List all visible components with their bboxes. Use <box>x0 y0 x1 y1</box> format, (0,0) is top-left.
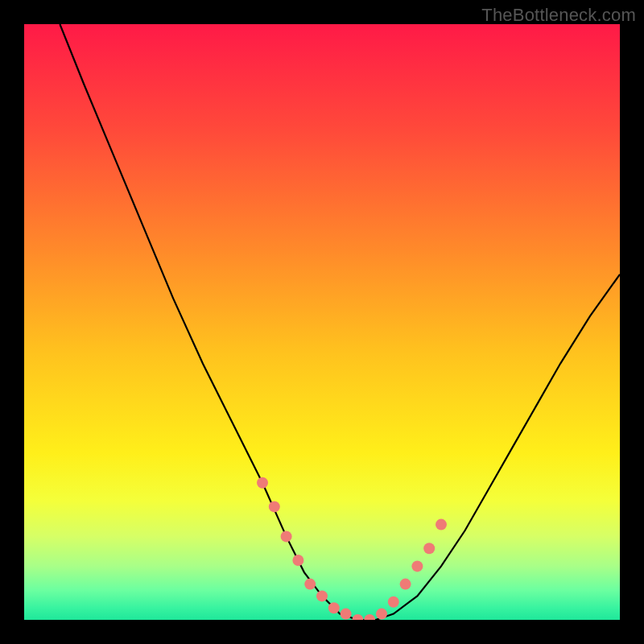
marker-dot <box>411 560 423 572</box>
marker-dot <box>292 555 303 566</box>
watermark-text: TheBottleneck.com <box>481 5 636 26</box>
gradient-background <box>24 24 620 620</box>
marker-dot <box>400 579 411 590</box>
marker-dot <box>436 519 447 530</box>
chart-frame: TheBottleneck.com <box>0 0 644 644</box>
marker-dot <box>304 579 316 590</box>
marker-dot <box>269 501 280 512</box>
marker-dot <box>376 609 387 620</box>
marker-dot <box>281 530 292 542</box>
marker-dot <box>316 590 328 601</box>
marker-dot <box>388 597 399 608</box>
marker-dot <box>257 477 268 489</box>
marker-dot <box>423 543 435 554</box>
marker-dot <box>341 609 352 620</box>
chart-svg <box>24 24 620 620</box>
marker-dot <box>328 602 340 613</box>
plot-area <box>24 24 620 620</box>
